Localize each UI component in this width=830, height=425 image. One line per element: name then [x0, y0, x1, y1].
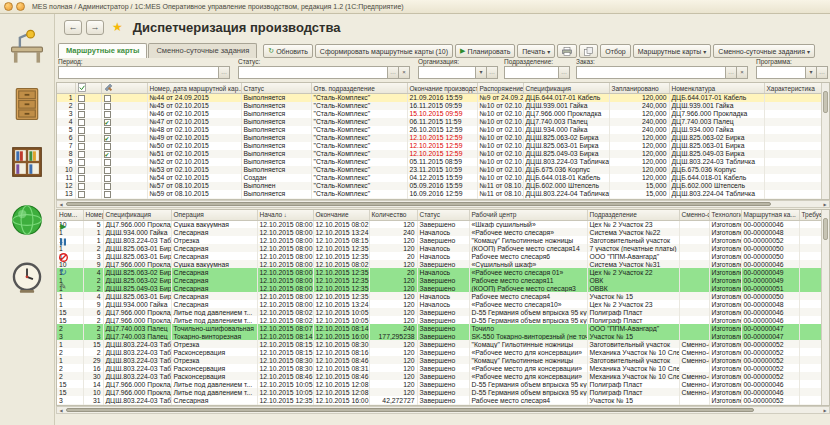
scroll-left-icon[interactable]: ◀: [57, 202, 65, 208]
scrollbar-thumb[interactable]: [66, 408, 754, 412]
row-checkbox[interactable]: [104, 127, 111, 134]
back-button[interactable]: ←: [64, 20, 82, 35]
row-checkbox[interactable]: [78, 135, 85, 142]
column-header[interactable]: Спецификация: [103, 210, 171, 220]
operation-row[interactable]: 12ДЦШ.825.063-01 БиркаСлесарная12.10.201…: [57, 244, 822, 252]
route-card-row[interactable]: 12№57 от 08.10.2015Выполнен"Сталь-Компле…: [57, 182, 822, 190]
route-cards-menu-button[interactable]: Маршрутные карты▾: [633, 44, 712, 58]
sidebar-item-cabinet[interactable]: [5, 82, 49, 126]
operation-row[interactable]: 11ДЦШ.934.000 ГайкаСлесарная12.10.2015 0…: [57, 228, 822, 236]
operations-vertical-scrollbar[interactable]: [821, 210, 829, 405]
operation-row[interactable]: 230ДЦШ.803.224-03 ТабличкаРасконсервация…: [57, 372, 822, 380]
operation-row[interactable]: 129ДЦШ.803.224-03 ТабличкаОтрезка12.10.2…: [57, 356, 822, 364]
refresh-button[interactable]: ↻Обновить: [263, 44, 313, 58]
column-header[interactable]: Технологиче...: [709, 210, 741, 220]
tab-route-cards[interactable]: Маршрутные карты: [58, 43, 147, 58]
route-cards-horizontal-scrollbar[interactable]: ◀ ▶: [56, 200, 830, 208]
route-card-row[interactable]: 5№48 от 02.10.2015Выполняется"Сталь-Комп…: [57, 126, 822, 134]
row-checkbox[interactable]: [78, 175, 85, 182]
row-checkbox[interactable]: [104, 183, 111, 190]
operation-row[interactable]: 19ДЦШ.934.000 ГайкаСлесарная12.10.2015 0…: [57, 300, 822, 308]
operation-row[interactable]: 109ДЦ7.966.000 ПрокладкаСушка вакуумная1…: [57, 260, 822, 268]
row-checkbox[interactable]: [104, 95, 111, 102]
operation-row[interactable]: 1510ДЦ7.966.000 ПрокладкаЛитье под давле…: [57, 388, 822, 396]
window-menu-button[interactable]: [4, 2, 13, 11]
operation-row[interactable]: 12ДЦШ.825.063-02 БиркаСлесарная12.10.201…: [57, 276, 822, 284]
row-checkbox[interactable]: [104, 167, 111, 174]
plan-button[interactable]: ▶Планировать: [455, 44, 515, 58]
column-header[interactable]: [75, 83, 101, 94]
row-checkbox[interactable]: [78, 151, 85, 158]
operation-row[interactable]: 14ДЦШ.825.063-01 БиркаСлесарная12.10.201…: [57, 292, 822, 300]
route-card-row[interactable]: 1№44 от 24.09.2015Выполняется"Сталь-Комп…: [57, 94, 822, 102]
program-input[interactable]: [756, 66, 806, 79]
row-checkbox[interactable]: [104, 143, 111, 150]
column-header[interactable]: Начало ↓: [257, 210, 313, 220]
operation-row[interactable]: 14ДЦШ.825.063-02 БиркаСлесарная12.10.201…: [57, 268, 822, 276]
column-header[interactable]: Окончание: [313, 210, 369, 220]
operation-row[interactable]: 12ДЦШ.825.049-03 БиркаСлесарная12.10.201…: [57, 284, 822, 292]
operation-row[interactable]: 152ДЦ7.966.000 ПрокладкаЛитье под давлен…: [57, 316, 822, 324]
row-checkbox[interactable]: [78, 103, 85, 110]
operation-row[interactable]: 11ДЦШ.803.224-03 ТабличкаОтрезка12.10.20…: [57, 236, 822, 244]
operation-row[interactable]: 105ДЦ7.966.000 ПрокладкаСушка вакуумная1…: [57, 220, 822, 228]
column-header[interactable]: Рабочий центр: [469, 210, 587, 220]
row-checkbox[interactable]: ✔: [104, 151, 111, 158]
row-checkbox[interactable]: [78, 127, 85, 134]
organization-input[interactable]: [418, 66, 476, 79]
route-card-row[interactable]: 10№53 от 02.10.2015Выполняется"Сталь-Ком…: [57, 166, 822, 174]
row-checkbox[interactable]: [78, 95, 85, 102]
row-checkbox[interactable]: [104, 191, 111, 198]
column-header[interactable]: Отв. подразделение: [311, 83, 407, 94]
column-header[interactable]: Распоряжение: [477, 83, 523, 94]
route-card-row[interactable]: 7№50 от 02.10.2015Выполняется"Сталь-Комп…: [57, 142, 822, 150]
column-header[interactable]: Спецификация: [523, 83, 609, 94]
tab-shift-tasks[interactable]: Сменно-суточные задания: [148, 43, 257, 58]
operation-row[interactable]: 22ДЦШ.803.224-03 ТабличкаРасконсервация1…: [57, 348, 822, 356]
program-dropdown-button[interactable]: ▾: [806, 66, 817, 79]
order-select-button[interactable]: …: [726, 66, 737, 79]
period-input[interactable]: [58, 66, 219, 79]
row-checkbox[interactable]: ✔: [104, 119, 111, 126]
row-checkbox[interactable]: ✔: [104, 135, 111, 142]
operation-row[interactable]: 216ДЦШ.803.224-03 ТабличкаРасконсервация…: [57, 364, 822, 372]
subdivision-select-button[interactable]: …: [559, 66, 570, 79]
route-card-row[interactable]: 4✔№47 от 02.10.2015Выполняется"Сталь-Ком…: [57, 118, 822, 126]
shift-tasks-menu-button[interactable]: Сменно-суточные задания▾: [713, 44, 815, 58]
column-header[interactable]: Маршрутная ка...: [741, 210, 799, 220]
sidebar-item-schedule[interactable]: [5, 256, 49, 300]
row-checkbox[interactable]: [78, 159, 85, 166]
column-header[interactable]: Требует ОТ: [799, 210, 822, 220]
status-input[interactable]: [238, 66, 388, 79]
operation-row[interactable]: 22ДЦ7.740.003 ПалецТочильно-шлифовальная…: [57, 324, 822, 332]
filter-button[interactable]: Отбор: [600, 44, 630, 58]
column-header[interactable]: Номер, дата маршрутной кар...: [147, 83, 241, 94]
stop-operation-button[interactable]: [57, 251, 69, 263]
status-select-button[interactable]: …: [388, 66, 399, 79]
row-checkbox[interactable]: [78, 167, 85, 174]
row-checkbox[interactable]: [104, 175, 111, 182]
column-header[interactable]: Номенклатура: [669, 83, 764, 94]
scroll-left-icon[interactable]: ◀: [57, 408, 65, 414]
sidebar-item-catalog[interactable]: [5, 140, 49, 184]
column-header[interactable]: Запланировано: [609, 83, 669, 94]
column-header[interactable]: Окончание производства: [407, 83, 477, 94]
program-select-button[interactable]: …: [817, 66, 828, 79]
operation-row[interactable]: 156ДЦ7.966.000 ПрокладкаЛитье под давлен…: [57, 308, 822, 316]
route-card-row[interactable]: 3№46 от 02.10.2015Выполняется"Сталь-Комп…: [57, 110, 822, 118]
scroll-right-icon[interactable]: ▶: [821, 202, 829, 208]
sidebar-item-desktop[interactable]: [5, 24, 49, 68]
column-header[interactable]: Номер оп...: [83, 210, 103, 220]
column-header[interactable]: Статус: [417, 210, 469, 220]
column-header[interactable]: Операция: [171, 210, 257, 220]
route-card-row[interactable]: 6✔№49 от 02.10.2015Выполняется"Сталь-Ком…: [57, 134, 822, 142]
row-checkbox[interactable]: [78, 191, 85, 198]
row-checkbox[interactable]: [78, 119, 85, 126]
column-header[interactable]: Статус: [241, 83, 311, 94]
start-operation-button[interactable]: ▶: [57, 221, 69, 233]
status-clear-button[interactable]: ×: [399, 66, 410, 79]
printer-button[interactable]: [557, 44, 577, 58]
organization-select-button[interactable]: …: [487, 66, 498, 79]
column-header[interactable]: Количество: [369, 210, 417, 220]
route-card-row[interactable]: 8✔№51 от 02.10.2015Выполняется"Сталь-Ком…: [57, 150, 822, 158]
